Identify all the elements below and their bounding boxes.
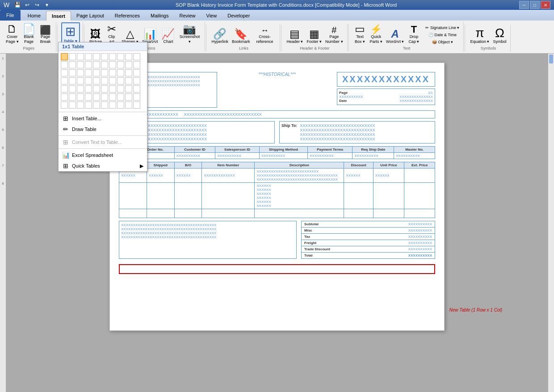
hyperlink-button[interactable]: 🔗 Hyperlink (210, 28, 230, 45)
grid-cell-5-2[interactable] (69, 85, 76, 93)
grid-cell-7-6[interactable] (101, 101, 108, 109)
tab-mailings[interactable]: Mailings (145, 11, 174, 21)
bottom-new-table[interactable] (119, 264, 435, 274)
grid-cell-5-8[interactable] (117, 85, 124, 93)
tab-page-layout[interactable]: Page Layout (71, 11, 109, 21)
grid-cell-5-3[interactable] (77, 85, 84, 93)
grid-cell-4-3[interactable] (77, 77, 84, 84)
grid-cell-7-4[interactable] (85, 101, 92, 109)
tab-references[interactable]: References (109, 11, 145, 21)
word-art-button[interactable]: A WordArt ▾ (385, 28, 405, 45)
grid-cell-6-9[interactable] (125, 93, 132, 101)
cover-page-button[interactable]: 🗋 CoverPage ▾ (4, 23, 20, 45)
date-time-button[interactable]: 🕐 Date & Time (424, 32, 461, 38)
title-controls[interactable]: ─ □ ✕ (519, 1, 550, 9)
grid-cell-5-5[interactable] (93, 85, 100, 93)
text-box-button[interactable]: ▭ TextBox ▾ (353, 23, 368, 45)
grid-cell-1-5[interactable] (93, 53, 100, 60)
grid-cell-2-2[interactable] (69, 61, 76, 68)
grid-cell-6-6[interactable] (101, 93, 108, 101)
close-button[interactable]: ✕ (541, 1, 550, 9)
grid-cell-1-10[interactable] (133, 53, 140, 60)
grid-cell-7-10[interactable] (133, 101, 140, 109)
customize-button[interactable]: ▾ (42, 1, 51, 9)
blank-page-button[interactable]: 📄 BlankPage (21, 23, 37, 45)
grid-cell-4-8[interactable] (117, 77, 124, 84)
drop-cap-button[interactable]: T DropCap ▾ (406, 24, 421, 45)
grid-cell-1-8[interactable] (117, 53, 124, 60)
page-break-button[interactable]: ⬛ PageBreak (38, 25, 53, 45)
grid-cell-6-2[interactable] (69, 93, 76, 101)
grid-cell-5-4[interactable] (85, 85, 92, 93)
grid-cell-7-5[interactable] (93, 101, 100, 109)
bookmark-button[interactable]: 🔖 Bookmark (231, 28, 252, 45)
grid-cell-2-3[interactable] (77, 61, 84, 68)
grid-cell-3-3[interactable] (77, 69, 84, 76)
grid-cell-3-1[interactable] (61, 69, 68, 76)
grid-cell-3-9[interactable] (125, 69, 132, 76)
vertical-scrollbar[interactable] (548, 54, 554, 392)
grid-cell-6-1[interactable] (61, 93, 68, 101)
grid-cell-6-4[interactable] (85, 93, 92, 101)
equation-button[interactable]: π Equation ▾ (469, 26, 491, 45)
grid-cell-4-6[interactable] (101, 77, 108, 84)
tab-insert[interactable]: Insert (46, 11, 71, 21)
grid-cell-4-2[interactable] (69, 77, 76, 84)
grid-cell-4-1[interactable] (61, 77, 68, 84)
redo-button[interactable]: ↪ (33, 1, 42, 9)
grid-cell-6-7[interactable] (109, 93, 116, 101)
grid-cell-7-8[interactable] (117, 101, 124, 109)
grid-cell-4-9[interactable] (125, 77, 132, 84)
tab-home[interactable]: Home (22, 11, 46, 21)
page-number-button[interactable]: # PageNumber ▾ (324, 25, 344, 45)
grid-cell-6-5[interactable] (93, 93, 100, 101)
grid-cell-4-10[interactable] (133, 77, 140, 84)
grid-cell-1-6[interactable] (101, 53, 108, 60)
grid-cell-2-5[interactable] (93, 61, 100, 68)
grid-cell-3-7[interactable] (109, 69, 116, 76)
grid-cell-7-2[interactable] (69, 101, 76, 109)
excel-spreadsheet-item[interactable]: 📊 Excel Spreadsheet (59, 150, 147, 160)
insert-table-item[interactable]: ⊞ Insert Table... (59, 113, 147, 124)
grid-cell-3-6[interactable] (101, 69, 108, 76)
grid-cell-4-4[interactable] (85, 77, 92, 84)
restore-button[interactable]: □ (530, 1, 540, 9)
grid-cell-3-2[interactable] (69, 69, 76, 76)
grid-cell-2-9[interactable] (125, 61, 132, 68)
save-button[interactable]: 💾 (13, 1, 22, 9)
grid-cell-6-8[interactable] (117, 93, 124, 101)
table-grid[interactable] (59, 51, 147, 111)
screenshot-button[interactable]: 📷 Screenshot ▾ (177, 23, 202, 45)
grid-cell-1-2[interactable] (69, 53, 76, 60)
grid-cell-3-5[interactable] (93, 69, 100, 76)
tab-review[interactable]: Review (174, 11, 201, 21)
object-button[interactable]: 📦 Object ▾ (424, 39, 461, 45)
draw-table-item[interactable]: ✏ Draw Table (59, 124, 147, 135)
grid-cell-3-10[interactable] (133, 69, 140, 76)
grid-cell-5-7[interactable] (109, 85, 116, 93)
tab-file[interactable]: File (0, 10, 21, 21)
grid-cell-7-7[interactable] (109, 101, 116, 109)
grid-cell-7-1[interactable] (61, 101, 68, 109)
grid-cell-1-7[interactable] (109, 53, 116, 60)
grid-cell-7-9[interactable] (125, 101, 132, 109)
tab-view[interactable]: View (201, 11, 222, 21)
grid-cell-3-8[interactable] (117, 69, 124, 76)
tab-developer[interactable]: Developer (222, 11, 255, 21)
symbol-button[interactable]: Ω Symbol (491, 26, 508, 45)
grid-cell-2-7[interactable] (109, 61, 116, 68)
grid-cell-2-8[interactable] (117, 61, 124, 68)
scrollbar-thumb[interactable] (549, 55, 553, 63)
grid-cell-3-4[interactable] (85, 69, 92, 76)
grid-cell-5-9[interactable] (125, 85, 132, 93)
quick-parts-button[interactable]: ⚡ QuickParts ▾ (369, 24, 384, 45)
grid-cell-4-5[interactable] (93, 77, 100, 84)
grid-cell-5-1[interactable] (61, 85, 68, 93)
header-button[interactable]: ▤ Header ▾ (285, 28, 304, 45)
grid-cell-1-3[interactable] (77, 53, 84, 60)
grid-cell-2-10[interactable] (133, 61, 140, 68)
grid-cell-4-7[interactable] (109, 77, 116, 84)
bottom-table-cell[interactable] (119, 265, 435, 274)
grid-cell-1-1[interactable] (61, 53, 68, 60)
grid-cell-1-9[interactable] (125, 53, 132, 60)
